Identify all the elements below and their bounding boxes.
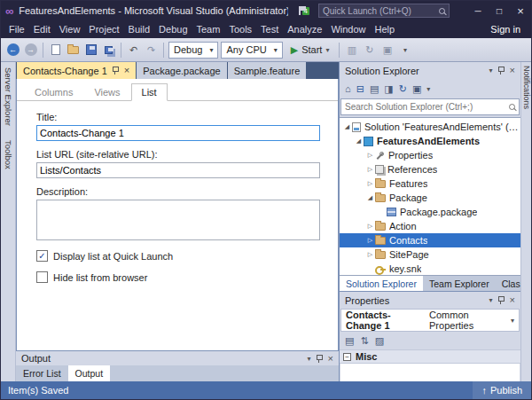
- solution-configuration-dropdown[interactable]: Debug ▾: [168, 42, 218, 59]
- pin-icon[interactable]: [497, 295, 505, 305]
- rail-toolbox[interactable]: Toolbox: [4, 140, 13, 169]
- doc-tab-package-package[interactable]: Package.package: [137, 62, 226, 79]
- new-file-icon[interactable]: [48, 43, 63, 58]
- expand-icon[interactable]: ▷: [365, 237, 375, 244]
- property-pages-icon[interactable]: ▨: [375, 336, 384, 346]
- doc-tab-contacts-change-1[interactable]: Contacts-Change 1×: [17, 62, 136, 79]
- output-panel-header[interactable]: Output ▾ ×: [16, 350, 339, 365]
- save-icon[interactable]: [83, 43, 98, 58]
- menu-debug[interactable]: Debug: [154, 24, 192, 35]
- rail-notifications[interactable]: Notifications: [522, 66, 531, 381]
- pin-icon[interactable]: [316, 354, 324, 364]
- close-icon[interactable]: ×: [510, 66, 515, 75]
- properties-icon[interactable]: ▤: [370, 84, 379, 94]
- close-button[interactable]: ×: [510, 1, 531, 20]
- properties-group-misc[interactable]: − Misc: [340, 349, 520, 364]
- solution-search-input[interactable]: [345, 102, 506, 112]
- expand-icon[interactable]: ▷: [365, 152, 375, 159]
- tree-item-action[interactable]: ▷Action: [340, 219, 520, 233]
- title-input[interactable]: [36, 125, 320, 141]
- list-url-input[interactable]: [36, 162, 320, 178]
- alphabetical-sort-icon[interactable]: ⇅: [360, 336, 368, 346]
- open-file-icon[interactable]: [66, 43, 81, 58]
- designer-tab-views[interactable]: Views: [83, 83, 130, 101]
- solution-platform-dropdown[interactable]: Any CPU ▾: [221, 42, 282, 59]
- home-icon[interactable]: ⌂: [345, 84, 351, 94]
- tree-item-solution-featuresandelements-1-project[interactable]: ◢Solution 'FeaturesAndElements' (1 proje…: [340, 120, 520, 134]
- menu-build[interactable]: Build: [124, 24, 154, 35]
- publish-button[interactable]: ↑ Publish: [473, 381, 531, 399]
- tree-item-featuresandelements[interactable]: ◢FeaturesAndElements: [340, 134, 520, 148]
- tree-item-key-snk[interactable]: key.snk: [340, 262, 520, 276]
- preview-selected-icon[interactable]: ◨: [384, 84, 393, 94]
- tab-error-list[interactable]: Error List: [16, 365, 68, 381]
- display-quick-launch-checkbox[interactable]: [36, 250, 48, 262]
- refresh-icon[interactable]: ↻: [362, 43, 377, 58]
- hide-from-browser-checkbox[interactable]: [36, 271, 48, 283]
- chevron-down-icon[interactable]: ▾: [426, 85, 430, 93]
- tree-item-sitepage[interactable]: ▷SitePage: [340, 247, 520, 262]
- collapse-group-icon[interactable]: −: [343, 353, 351, 361]
- expand-icon[interactable]: ▷: [365, 180, 375, 187]
- menu-analyze[interactable]: Analyze: [283, 24, 326, 35]
- save-all-icon[interactable]: [101, 43, 116, 58]
- quick-launch-box[interactable]: [318, 4, 450, 18]
- menu-window[interactable]: Window: [326, 24, 370, 35]
- expand-icon[interactable]: ▷: [365, 251, 375, 258]
- properties-object-dropdown[interactable]: Contacts-Change 1 Common Properties ▾: [340, 309, 520, 332]
- quick-launch-input[interactable]: [323, 6, 439, 16]
- doc-tab-sample-feature[interactable]: Sample.feature: [228, 62, 307, 79]
- tab-output[interactable]: Output: [68, 365, 111, 381]
- menu-help[interactable]: Help: [371, 24, 400, 35]
- tab-team-explorer[interactable]: Team Explorer: [423, 276, 496, 291]
- find-icon[interactable]: ▣: [379, 43, 395, 58]
- undo-icon[interactable]: ↶: [126, 43, 141, 58]
- categorized-icon[interactable]: ▤: [345, 336, 354, 346]
- redo-icon[interactable]: ↷: [144, 43, 159, 58]
- expand-icon[interactable]: ▷: [365, 223, 375, 230]
- minimize-button[interactable]: ─: [467, 1, 489, 20]
- collapse-icon[interactable]: ◢: [342, 123, 352, 130]
- tree-item-contacts[interactable]: ▷Contacts: [340, 233, 520, 247]
- menu-file[interactable]: File: [4, 24, 29, 35]
- rail-server-explorer[interactable]: Server Explorer: [4, 67, 13, 126]
- window-position-icon[interactable]: ▾: [489, 67, 493, 75]
- toolbar-overflow-icon[interactable]: ▾: [397, 43, 412, 58]
- tab-solution-explorer[interactable]: Solution Explorer: [340, 276, 423, 291]
- menu-team[interactable]: Team: [192, 24, 225, 35]
- navigate-forward-icon[interactable]: →: [23, 43, 38, 58]
- solution-search-box[interactable]: [340, 98, 520, 115]
- menu-edit[interactable]: Edit: [29, 24, 55, 35]
- window-position-icon[interactable]: ▾: [489, 296, 493, 304]
- collapse-icon[interactable]: ◢: [354, 137, 364, 145]
- collapse-all-icon[interactable]: ⊟: [356, 84, 364, 94]
- close-icon[interactable]: ×: [328, 354, 333, 364]
- menu-view[interactable]: View: [55, 24, 85, 35]
- start-debug-button[interactable]: ▶ Start ▾: [286, 41, 335, 59]
- window-position-icon[interactable]: ▾: [308, 355, 311, 363]
- sign-in-button[interactable]: Sign in: [483, 24, 528, 35]
- refresh-icon[interactable]: ↻: [399, 84, 407, 94]
- menu-test[interactable]: Test: [256, 24, 283, 35]
- properties-header[interactable]: Properties ▾ ×: [340, 292, 520, 309]
- close-icon[interactable]: ×: [124, 66, 129, 75]
- tree-item-references[interactable]: ▷References: [340, 162, 520, 176]
- close-icon[interactable]: ×: [510, 295, 515, 305]
- maximize-button[interactable]: □: [489, 1, 510, 20]
- tree-item-package-package[interactable]: Package.package: [340, 205, 520, 219]
- build-icon[interactable]: ▥: [344, 43, 359, 58]
- notifications-flag-button[interactable]: 4: [299, 6, 309, 15]
- pin-icon[interactable]: [112, 66, 120, 75]
- designer-tab-list[interactable]: List: [131, 83, 168, 101]
- tree-item-properties[interactable]: ▷Properties: [340, 148, 520, 162]
- navigate-back-icon[interactable]: ←: [5, 43, 20, 58]
- tree-item-features[interactable]: ▷Features: [340, 176, 520, 191]
- description-input[interactable]: [36, 200, 320, 240]
- solution-explorer-header[interactable]: Solution Explorer ▾ ×: [340, 62, 520, 79]
- tree-item-package[interactable]: ◢Package: [340, 191, 520, 205]
- menu-project[interactable]: Project: [84, 24, 123, 35]
- menu-tools[interactable]: Tools: [224, 24, 256, 35]
- designer-tab-columns[interactable]: Columns: [24, 83, 83, 101]
- expand-icon[interactable]: ▷: [365, 166, 375, 173]
- collapse-icon[interactable]: ◢: [365, 194, 375, 201]
